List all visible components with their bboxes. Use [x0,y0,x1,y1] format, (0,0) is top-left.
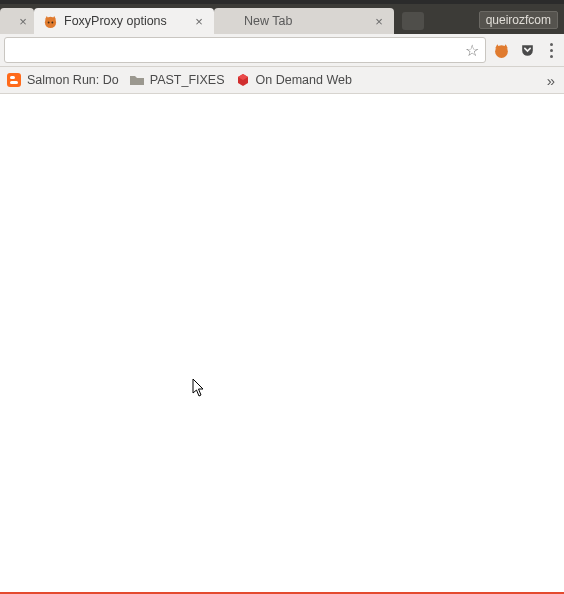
address-bar[interactable]: ☆ [4,37,486,63]
system-indicator[interactable]: queirozfcom [479,11,558,29]
tab-strip: × FoxyProxy options × New Tab × queirozf… [0,4,564,34]
svg-point-1 [47,21,49,23]
bookmark-salmon-run[interactable]: Salmon Run: Do [6,72,119,88]
toolbar: ☆ [0,34,564,67]
bookmark-on-demand[interactable]: On Demand Web [235,72,352,88]
close-icon[interactable]: × [372,14,386,28]
bookmark-past-fixes[interactable]: PAST_FIXES [129,72,225,88]
bookmarks-bar: Salmon Run: Do PAST_FIXES On Demand Web … [0,67,564,94]
svg-rect-6 [10,76,15,79]
svg-point-2 [51,21,53,23]
bookmarks-overflow-button[interactable]: » [543,72,558,89]
tab-title: FoxyProxy options [64,14,188,28]
chevron-double-right-icon: » [547,72,554,89]
close-icon[interactable]: × [192,14,206,28]
foxyproxy-icon [42,13,58,29]
page-content [0,94,564,592]
bookmark-label: Salmon Run: Do [27,73,119,87]
tab-newtab[interactable]: New Tab × [214,8,394,34]
system-indicator-label: queirozfcom [486,13,551,27]
chrome-menu-button[interactable] [542,39,560,62]
new-tab-button[interactable] [402,12,424,30]
tab-title: New Tab [244,14,368,28]
blank-favicon-icon [222,13,238,29]
svg-rect-5 [7,73,21,87]
pocket-extension-icon[interactable] [516,39,538,61]
blogger-icon [6,72,22,88]
tab-foxyproxy[interactable]: FoxyProxy options × [34,8,214,34]
svg-rect-7 [10,81,18,84]
tab-partial[interactable]: × [0,8,34,34]
bookmark-label: On Demand Web [256,73,352,87]
close-icon[interactable]: × [16,14,30,28]
folder-icon [129,72,145,88]
bookmark-star-icon[interactable]: ☆ [465,41,479,60]
bookmark-label: PAST_FIXES [150,73,225,87]
red-app-icon [235,72,251,88]
foxyproxy-extension-icon[interactable] [490,39,512,61]
